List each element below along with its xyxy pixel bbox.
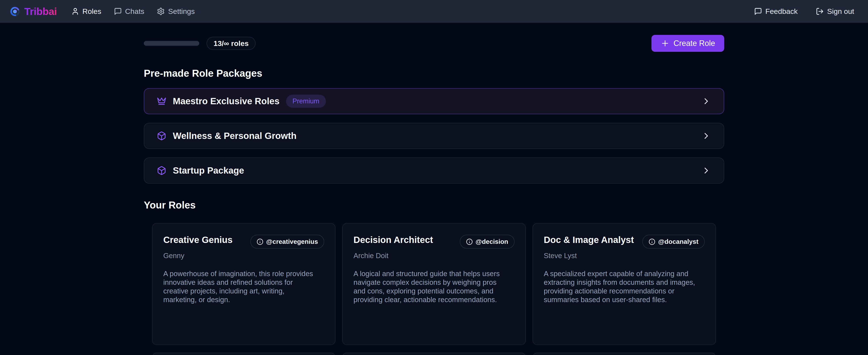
nav-item-chats[interactable]: Chats (114, 7, 145, 16)
create-role-button[interactable]: Create Role (651, 35, 724, 52)
package-row-wellness[interactable]: Wellness & Personal Growth (144, 123, 724, 149)
role-handle-badge[interactable]: @decision (460, 235, 515, 248)
brand[interactable]: Tribbai (9, 5, 57, 17)
top-navbar: Tribbai Roles Chats (0, 0, 868, 23)
brand-name: Tribbai (24, 5, 57, 17)
role-cards-grid-next-row (144, 353, 724, 355)
package-row-startup[interactable]: Startup Package (144, 157, 724, 183)
user-icon (71, 7, 79, 16)
package-list: Maestro Exclusive Roles Premium Wellness… (144, 88, 724, 183)
nav-label: Roles (83, 7, 101, 16)
role-card-partial[interactable] (342, 353, 526, 355)
role-description: A specialized expert capable of analyzin… (544, 269, 695, 304)
feedback-icon (754, 7, 762, 16)
primary-nav: Roles Chats Settings (71, 7, 195, 16)
role-title: Creative Genius (163, 235, 232, 245)
role-cards-grid: Creative Genius @creativegenius Genny A … (144, 223, 724, 345)
role-card-creative-genius[interactable]: Creative Genius @creativegenius Genny A … (152, 223, 336, 345)
premium-badge: Premium (286, 95, 326, 108)
card-header: Doc & Image Analyst @docanalyst (544, 235, 705, 248)
feedback-label: Feedback (765, 7, 798, 16)
main-content: 13/∞ roles Create Role Pre-made Role Pac… (144, 35, 724, 355)
role-subtitle: Archie Doit (353, 252, 514, 260)
role-subtitle: Steve Lyst (544, 252, 705, 260)
plus-icon (660, 39, 670, 48)
role-handle-badge[interactable]: @docanalyst (642, 235, 705, 248)
create-role-label: Create Role (674, 39, 715, 48)
chat-icon (114, 7, 122, 16)
nav-item-roles[interactable]: Roles (71, 7, 101, 16)
role-subtitle: Genny (163, 252, 324, 260)
signout-icon (816, 7, 824, 16)
role-description: A powerhouse of imagination, this role p… (163, 269, 315, 304)
package-icon (157, 166, 166, 175)
card-header: Decision Architect @decision (353, 235, 514, 248)
sign-out-label: Sign out (827, 7, 854, 16)
role-handle-badge[interactable]: @creativegenius (250, 235, 324, 248)
feedback-button[interactable]: Feedback (754, 7, 798, 16)
chevron-right-icon (701, 96, 711, 106)
card-header: Creative Genius @creativegenius (163, 235, 324, 248)
package-name: Startup Package (173, 166, 244, 176)
your-roles-section-title: Your Roles (144, 199, 724, 211)
gear-icon (157, 7, 165, 16)
chevron-right-icon (701, 166, 711, 176)
info-icon (466, 238, 473, 245)
nav-item-settings[interactable]: Settings (157, 7, 195, 16)
info-icon (257, 238, 264, 245)
role-card-decision-architect[interactable]: Decision Architect @decision Archie Doit… (342, 223, 526, 345)
chevron-right-icon (701, 131, 711, 141)
packages-section-title: Pre-made Role Packages (144, 67, 724, 79)
roles-progress-bar (144, 41, 199, 46)
role-card-partial[interactable] (152, 353, 336, 355)
role-handle: @decision (475, 238, 508, 245)
role-card-partial[interactable] (532, 353, 716, 355)
nav-label: Settings (168, 7, 195, 16)
package-name: Maestro Exclusive Roles (173, 96, 280, 107)
crown-icon (157, 96, 166, 106)
package-row-maestro[interactable]: Maestro Exclusive Roles Premium (144, 88, 724, 114)
role-description: A logical and structured guide that help… (353, 269, 505, 304)
nav-label: Chats (125, 7, 145, 16)
role-handle: @creativegenius (266, 238, 318, 245)
role-title: Decision Architect (353, 235, 433, 245)
role-title: Doc & Image Analyst (544, 235, 634, 245)
role-card-doc-image-analyst[interactable]: Doc & Image Analyst @docanalyst Steve Ly… (532, 223, 716, 345)
role-handle: @docanalyst (658, 238, 699, 245)
roles-count-badge: 13/∞ roles (207, 37, 255, 50)
info-icon (649, 238, 655, 245)
nav-right: Feedback Sign out (754, 7, 854, 16)
package-name: Wellness & Personal Growth (173, 131, 297, 141)
package-icon (157, 131, 166, 141)
sign-out-button[interactable]: Sign out (816, 7, 854, 16)
roles-toolbar: 13/∞ roles Create Role (144, 35, 724, 52)
tribbai-logo-icon (9, 6, 20, 17)
